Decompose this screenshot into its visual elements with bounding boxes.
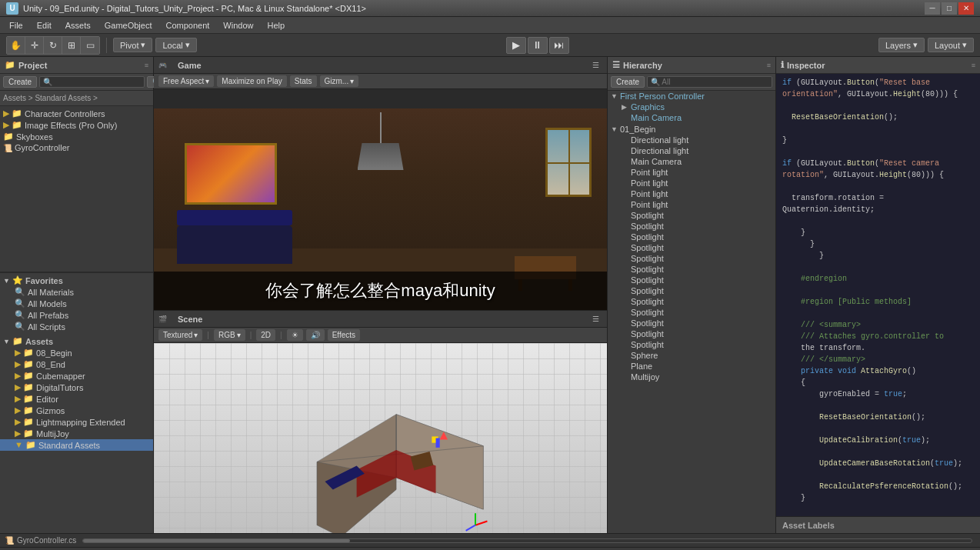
code-editor[interactable]: if (GUILayout.Button("Reset base orienta… [776,74,980,516]
scale-tool[interactable]: ⊞ [62,37,81,54]
hierarchy-multijoy[interactable]: Multijoy [608,372,775,382]
asset-multijoy[interactable]: ▶ 📁 MultijJoy [0,428,153,439]
hierarchy-dir-light-2[interactable]: Directional light [608,145,775,156]
asset-item-character-controllers[interactable]: ▶ 📁 Character Controllers [0,108,153,119]
close-button[interactable]: ✕ [958,2,974,15]
code-line: gyroEnabled = true; [782,388,974,400]
search-input[interactable] [39,76,145,88]
asset-item-skyboxes[interactable]: 📁 Skyboxes [0,131,153,142]
aspect-dropdown[interactable]: Free Aspect ▾ [158,75,214,87]
hierarchy-spotlight-3[interactable]: Spotlight [608,232,775,242]
hierarchy-create-btn[interactable]: Create [611,76,645,88]
all-prefabs[interactable]: 🔍 All Prefabs [0,309,153,321]
asset-lightmapping[interactable]: ▶ 📁 Lightmapping Extended [0,416,153,428]
hierarchy-main-camera[interactable]: Main Camera [608,156,775,167]
color-mode-dropdown[interactable]: RGB ▾ [214,329,245,341]
game-canvas: 你会了解怎么整合maya和unity [154,89,607,310]
hierarchy-sphere[interactable]: Sphere [608,350,775,361]
projection-dropdown[interactable]: 2D [256,329,275,341]
hierarchy-dir-light-1[interactable]: Directional light [608,135,775,145]
fpc-label: First Person Controller [620,92,705,101]
hierarchy-point-light-4[interactable]: Point light [608,199,775,210]
asset-editor[interactable]: ▶ 📁 Editor [0,393,153,405]
hierarchy-spotlight-4[interactable]: Spotlight [608,242,775,253]
scene-tab[interactable]: Scene [172,313,208,325]
scene-maximize[interactable]: ☰ [589,315,602,323]
step-button[interactable]: ⏭ [549,37,569,54]
ceiling-lamp [358,112,404,170]
scroll-bar[interactable] [82,538,972,543]
asset-08-end[interactable]: ▶ 📁 08_End [0,358,153,370]
all-materials[interactable]: 🔍 All Materials [0,286,153,298]
menu-component[interactable]: Component [159,19,215,32]
asset-item-gyrocontroller[interactable]: 📜 GyroController [0,142,153,153]
asset-08-begin[interactable]: ▶ 📁 08_Begin [0,347,153,358]
hierarchy-options[interactable]: ≡ [767,62,771,69]
hierarchy-spotlight-10[interactable]: Spotlight [608,307,775,318]
minimize-button[interactable]: ─ [925,2,940,15]
code-line: /// Attaches gyro.controller to [782,331,974,342]
layout-dropdown[interactable]: Layout ▾ [928,38,974,52]
asset-cubemapper[interactable]: ▶ 📁 Cubemapper [0,370,153,382]
pause-button[interactable]: ⏸ [528,37,548,54]
menu-file[interactable]: File [3,19,29,32]
hierarchy-spotlight-2[interactable]: Spotlight [608,221,775,232]
asset-gizmos[interactable]: ▶ 📁 Gizmos [0,405,153,416]
inspector-options[interactable]: ≡ [972,62,975,69]
hierarchy-spotlight-5[interactable]: Spotlight [608,253,775,264]
gizmos-button[interactable]: Gizm...▾ [320,75,359,87]
play-button[interactable]: ▶ [506,37,526,54]
menu-edit[interactable]: Edit [31,19,58,32]
hierarchy-spotlight-6[interactable]: Spotlight [608,264,775,275]
all-models[interactable]: 🔍 All Models [0,298,153,309]
hierarchy-01begin[interactable]: ▼ 01_Begin [608,124,775,135]
rotate-tool[interactable]: ↻ [44,37,62,54]
hierarchy-main-camera-fpc[interactable]: Main Camera [608,112,775,123]
create-button[interactable]: Create [3,76,37,88]
scene-canvas[interactable] [154,343,607,533]
maximize-on-play[interactable]: Maximize on Play [217,75,286,87]
code-line: } [782,492,974,504]
project-panel-header: 📁 Project ≡ [0,57,153,74]
hierarchy-point-light-2[interactable]: Point light [608,178,775,188]
hierarchy-plane[interactable]: Plane [608,361,775,372]
asset-digitaltutors[interactable]: ▶ 📁 DigitalTutors [0,382,153,393]
hierarchy-spotlight-9[interactable]: Spotlight [608,296,775,307]
hierarchy-fpc[interactable]: ▼ First Person Controller [608,91,775,102]
hierarchy-point-light-1[interactable]: Point light [608,167,775,178]
maximize-button[interactable]: □ [942,2,957,15]
hierarchy-spotlight-8[interactable]: Spotlight [608,285,775,296]
asset-standard-assets[interactable]: ▼ 📁 Standard Assets [0,439,153,451]
move-tool[interactable]: ✛ [25,37,44,54]
hand-tool[interactable]: ✋ [7,37,25,54]
panel-options[interactable]: ≡ [145,62,148,69]
sun-button[interactable]: ☀ [287,329,303,341]
hierarchy-spotlight-7[interactable]: Spotlight [608,275,775,285]
hierarchy-search[interactable] [647,76,772,88]
menu-window[interactable]: Window [217,19,259,32]
asset-item-image-effects[interactable]: ▶ 📁 Image Effects (Pro Only) [0,119,153,131]
search-icon-sm: 🔍 [15,322,25,332]
stats-button[interactable]: Stats [290,75,317,87]
hierarchy-spotlight-11[interactable]: Spotlight [608,318,775,328]
game-tab[interactable]: Game [172,59,208,72]
layers-dropdown[interactable]: Layers ▾ [878,38,925,52]
effects-button[interactable]: Effects [328,329,360,341]
audio-button[interactable]: 🔊 [306,329,325,341]
hierarchy-spotlight-13[interactable]: Spotlight [608,339,775,350]
rect-tool[interactable]: ▭ [81,37,99,54]
menu-gameobject[interactable]: GameObject [98,19,158,32]
hierarchy-spotlight-1[interactable]: Spotlight [608,210,775,221]
local-button[interactable]: Local▾ [155,38,196,52]
toolbar: ✋ ✛ ↻ ⊞ ▭ Pivot▾ Local▾ ▶ ⏸ ⏭ Layers ▾ L… [0,34,980,57]
game-maximize[interactable]: ☰ [589,61,602,69]
all-scripts[interactable]: 🔍 All Scripts [0,321,153,332]
menu-assets[interactable]: Assets [59,19,97,32]
code-line: ResetBaseOrientation(); [782,112,974,123]
pivot-button[interactable]: Pivot▾ [113,38,152,52]
hierarchy-graphics[interactable]: ▶ Graphics [608,102,775,112]
hierarchy-spotlight-12[interactable]: Spotlight [608,328,775,339]
hierarchy-point-light-3[interactable]: Point light [608,188,775,199]
render-mode-dropdown[interactable]: Textured ▾ [158,329,202,341]
menu-help[interactable]: Help [261,19,291,32]
